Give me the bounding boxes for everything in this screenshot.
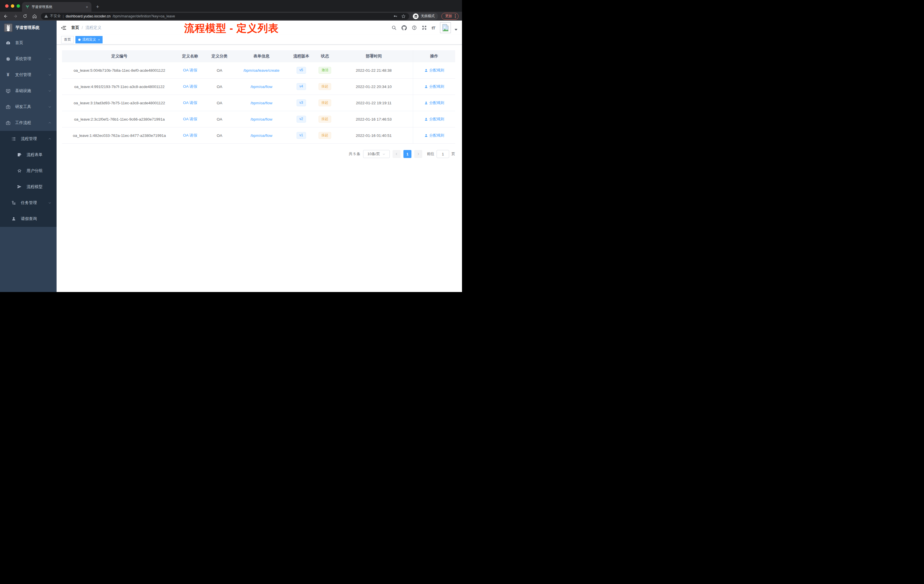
form-icon xyxy=(16,153,22,157)
help-icon[interactable] xyxy=(412,25,417,30)
sidebar-item-label: 基础设施 xyxy=(15,88,31,93)
tags-view-bar: 首页 流程定义 × xyxy=(56,35,462,45)
macos-traffic-lights xyxy=(5,4,20,8)
goto-page-input[interactable] xyxy=(437,150,449,158)
chevron-down-icon xyxy=(48,89,51,92)
url-separator: | xyxy=(63,14,64,18)
version-badge: v1 xyxy=(297,132,306,139)
sidebar-item-dev-tools[interactable]: 研发工具 xyxy=(0,99,56,115)
chevron-right-icon xyxy=(417,152,420,156)
back-icon[interactable] xyxy=(3,14,8,18)
password-key-icon[interactable] xyxy=(393,14,398,18)
sidebar-item-infrastructure[interactable]: 基础设施 xyxy=(0,83,56,99)
column-header: 流程版本 xyxy=(287,54,315,59)
form-link[interactable]: /bpm/oa/flow xyxy=(251,101,272,105)
forward-icon[interactable] xyxy=(13,14,18,18)
page-title-annotation: 流程模型 - 定义列表 xyxy=(184,21,279,35)
sidebar-item-process-model[interactable]: 流程模型 xyxy=(0,179,56,195)
column-header: 状态 xyxy=(315,54,335,59)
deploy-time: 2022-01-16 01:40:51 xyxy=(335,134,413,138)
sidebar-item-process-form[interactable]: 流程表单 xyxy=(0,147,56,163)
sidebar-item-label: 流程模型 xyxy=(26,184,43,190)
form-link[interactable]: /bpm/oa/flow xyxy=(251,117,272,121)
definition-name-link[interactable]: OA 请假 xyxy=(183,117,197,121)
next-page-button[interactable] xyxy=(414,150,422,158)
page-size-select[interactable]: 10条/页 xyxy=(363,150,390,158)
browser-tab[interactable]: 芋道管理系统 × xyxy=(22,2,91,12)
table-action-cell: 分配规则 xyxy=(413,111,455,127)
chevron-down-icon xyxy=(48,201,51,205)
chevron-down-icon xyxy=(48,57,51,61)
home-icon[interactable] xyxy=(32,14,37,18)
assign-rule-button[interactable]: 分配规则 xyxy=(424,84,444,89)
definition-name-link[interactable]: OA 请假 xyxy=(183,101,197,105)
url-bar[interactable]: 不安全 | dashboard.yudao.iocoder.cn/bpm/man… xyxy=(41,13,409,20)
sidebar-item-leave-query[interactable]: 请假查询 xyxy=(0,211,56,227)
status-badge: 挂起 xyxy=(318,116,331,122)
tag-close-icon[interactable]: × xyxy=(98,38,100,41)
tab-close-icon[interactable]: × xyxy=(86,5,88,9)
new-tab-button[interactable]: + xyxy=(96,4,99,10)
github-icon[interactable] xyxy=(401,25,407,31)
assign-rule-button[interactable]: 分配规则 xyxy=(424,68,444,73)
reload-icon[interactable] xyxy=(23,14,27,18)
fullscreen-icon[interactable] xyxy=(422,25,427,30)
monitor-icon xyxy=(5,89,11,93)
user-avatar[interactable] xyxy=(440,22,451,33)
sidebar-item-task-management[interactable]: 任务管理 xyxy=(0,195,56,211)
form-link[interactable]: /bpm/oa/flow xyxy=(251,84,272,89)
breadcrumb: 首页 / 流程定义 xyxy=(71,25,101,30)
tag-home[interactable]: 首页 xyxy=(61,36,74,43)
table-header-action: 操作 xyxy=(413,50,455,62)
table-action-cell: 分配规则 xyxy=(413,79,455,95)
user-icon xyxy=(424,69,428,72)
version-badge: v5 xyxy=(297,67,306,74)
definition-id: oa_leave:1:482ec033-762a-11ec-8477-a2380… xyxy=(62,134,177,138)
sidebar-item-label: 首页 xyxy=(15,40,23,45)
sidebar-item-label: 用户分组 xyxy=(26,168,43,173)
sidebar-toggle-hamburger-icon[interactable] xyxy=(61,25,66,31)
avatar-dropdown-caret-icon[interactable] xyxy=(455,29,457,31)
font-size-icon[interactable]: tT xyxy=(432,25,435,30)
sidebar-item-system[interactable]: 系统管理 xyxy=(0,51,56,67)
close-window-button[interactable] xyxy=(5,4,8,8)
list-icon xyxy=(11,137,16,141)
app-title: 芋道管理系统 xyxy=(15,25,40,30)
current-page-button[interactable]: 1 xyxy=(403,150,411,158)
chevron-up-icon xyxy=(48,121,51,125)
tree-icon xyxy=(11,201,16,205)
definition-name-link[interactable]: OA 请假 xyxy=(183,133,197,137)
browser-window: 芋道管理系统 × + 不安全 | dashboard. xyxy=(0,0,462,292)
definition-name-link[interactable]: OA 请假 xyxy=(183,84,197,89)
sidebar-item-home[interactable]: 首页 xyxy=(0,35,56,51)
breadcrumb-home[interactable]: 首页 xyxy=(71,25,79,30)
browser-update-menu-button[interactable]: 更新 xyxy=(441,13,459,20)
sidebar-logo[interactable]: 芋道管理系统 xyxy=(0,21,56,35)
bookmark-star-icon[interactable] xyxy=(401,14,406,18)
sidebar-item-payment[interactable]: ¥ 支付管理 xyxy=(0,67,56,83)
briefcase-icon xyxy=(5,120,11,125)
tag-label: 流程定义 xyxy=(82,37,96,42)
sidebar-item-process-management[interactable]: 流程管理 xyxy=(0,131,56,147)
sidebar-item-workflow[interactable]: 工作流程 xyxy=(0,115,56,131)
definition-name-link[interactable]: OA 请假 xyxy=(183,68,197,72)
assign-rule-button[interactable]: 分配规则 xyxy=(424,100,444,106)
assign-rule-button[interactable]: 分配规则 xyxy=(424,117,444,122)
sidebar-item-user-group[interactable]: 用户分组 xyxy=(0,163,56,179)
chevron-down-icon xyxy=(382,153,385,156)
form-link[interactable]: /bpm/oa/flow xyxy=(251,134,272,138)
tag-process-definition[interactable]: 流程定义 × xyxy=(76,36,102,43)
column-header: 部署时间 xyxy=(335,54,413,59)
workflow-submenu: 流程管理 流程表单 用户分组 xyxy=(0,131,56,227)
column-header: 定义分类 xyxy=(203,54,236,59)
prev-page-button[interactable] xyxy=(393,150,401,158)
definition-category: OA xyxy=(203,101,236,105)
chevron-down-icon xyxy=(48,73,51,77)
zoom-window-button[interactable] xyxy=(16,4,20,8)
search-icon[interactable] xyxy=(391,25,396,30)
user-icon xyxy=(424,85,428,89)
form-link[interactable]: /bpm/oa/leave/create xyxy=(243,68,279,73)
table-row: oa_leave:1:482ec033-762a-11ec-8477-a2380… xyxy=(62,127,413,144)
assign-rule-button[interactable]: 分配规则 xyxy=(424,133,444,138)
minimize-window-button[interactable] xyxy=(11,4,14,8)
